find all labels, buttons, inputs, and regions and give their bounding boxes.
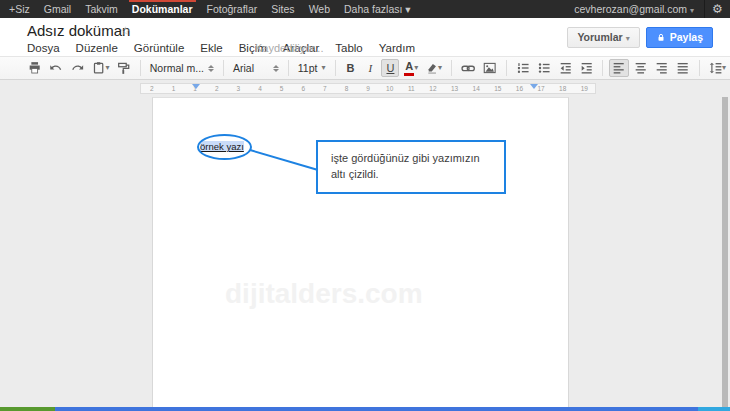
format-toolbar: ▾ Normal m... Arial 11pt ▾ B I U A ▾ ▾ bbox=[0, 56, 730, 80]
italic-button[interactable]: I bbox=[361, 59, 379, 77]
bold-label: B bbox=[346, 63, 354, 74]
ruler-number: 1 bbox=[163, 84, 185, 93]
menu-item[interactable]: Tablo bbox=[335, 42, 363, 54]
clipboard-icon bbox=[92, 61, 105, 75]
toolbar-separator bbox=[223, 60, 224, 76]
topbar-item[interactable]: +Siz bbox=[2, 0, 37, 18]
underline-label: U bbox=[386, 63, 394, 74]
caret-down-icon: ▾ bbox=[321, 64, 325, 72]
topbar-item[interactable]: Sites bbox=[264, 0, 301, 18]
menu-item[interactable]: Düzenle bbox=[76, 42, 118, 54]
caret-down-icon: ▾ bbox=[105, 64, 109, 72]
outdent-icon bbox=[559, 61, 572, 75]
ruler-number: 10 bbox=[379, 84, 401, 93]
ruler-number: 4 bbox=[249, 84, 271, 93]
font-size-dropdown[interactable]: 11pt ▾ bbox=[294, 59, 330, 77]
menu-item[interactable]: Dosya bbox=[27, 42, 60, 54]
caret-down-icon: ▾ bbox=[690, 6, 694, 15]
align-center-icon bbox=[634, 61, 647, 75]
header: Adsız doküman ☆ DosyaDüzenleGörüntüleEkl… bbox=[0, 18, 730, 56]
paint-format-button[interactable] bbox=[114, 59, 133, 77]
ruler-number: 7 bbox=[314, 84, 336, 93]
ruler-number: 8 bbox=[336, 84, 358, 93]
ruler-strip: 2112345678910111213141516171819 bbox=[140, 83, 596, 94]
comments-button[interactable]: Yorumlar▾ bbox=[567, 27, 639, 48]
ruler-number: 13 bbox=[444, 84, 466, 93]
highlight-color-button[interactable]: ▾ bbox=[423, 59, 445, 77]
menu-item[interactable]: Görüntüle bbox=[134, 42, 185, 54]
menu-item[interactable]: Yardım bbox=[379, 42, 415, 54]
progress-segment-blue bbox=[55, 407, 698, 411]
topbar-item[interactable]: Gmail bbox=[37, 0, 78, 18]
topbar-item[interactable]: Takvim bbox=[78, 0, 125, 18]
ruler-number: 12 bbox=[422, 84, 444, 93]
insert-link-button[interactable] bbox=[458, 59, 478, 77]
toolbar-separator bbox=[451, 60, 452, 76]
star-icon[interactable]: ☆ bbox=[120, 24, 131, 38]
print-button[interactable] bbox=[25, 59, 44, 77]
lock-icon bbox=[656, 32, 666, 43]
caret-down-icon: ▾ bbox=[438, 64, 442, 72]
ruler-number: 6 bbox=[292, 84, 314, 93]
gear-icon: ⚙ bbox=[712, 2, 723, 16]
account-menu[interactable]: cevherozan@gmail.com ▾ bbox=[564, 0, 704, 18]
caret-down-icon: ▾ bbox=[722, 64, 726, 72]
topbar-item[interactable]: Web bbox=[302, 0, 337, 18]
align-center-button[interactable] bbox=[631, 59, 650, 77]
google-bar: +SizGmailTakvimDokümanlarFotoğraflarSite… bbox=[0, 0, 730, 18]
settings-gear-button[interactable]: ⚙ bbox=[704, 0, 730, 18]
ruler-number: 2 bbox=[206, 84, 228, 93]
account-email: cevherozan@gmail.com bbox=[574, 3, 687, 15]
paint-roller-icon bbox=[117, 61, 130, 75]
decrease-indent-button[interactable] bbox=[556, 59, 575, 77]
share-button[interactable]: Paylaş bbox=[646, 27, 713, 48]
web-clipboard-button[interactable]: ▾ bbox=[89, 59, 112, 77]
bulleted-list-button[interactable] bbox=[534, 59, 553, 77]
redo-button[interactable] bbox=[68, 59, 87, 77]
topbar-item[interactable]: Fotoğraflar bbox=[200, 0, 265, 18]
underline-button[interactable]: U bbox=[381, 59, 399, 77]
document-page[interactable]: örnek yazı işte gördüğünüz gibi yazımızı… bbox=[152, 97, 569, 407]
text-color-button[interactable]: A ▾ bbox=[401, 59, 420, 77]
menu-item[interactable]: Ekle bbox=[200, 42, 222, 54]
updown-icon bbox=[208, 65, 214, 72]
left-indent-marker[interactable] bbox=[192, 84, 200, 89]
bulleted-list-icon bbox=[537, 61, 550, 75]
ruler-number: 11 bbox=[401, 84, 423, 93]
increase-indent-button[interactable] bbox=[577, 59, 596, 77]
undo-icon bbox=[49, 61, 62, 75]
document-title[interactable]: Adsız doküman bbox=[27, 22, 130, 39]
line-spacing-button[interactable]: ▾ bbox=[706, 59, 729, 77]
align-right-button[interactable] bbox=[652, 59, 671, 77]
toolbar-separator bbox=[699, 60, 700, 76]
styles-dropdown[interactable]: Normal m... bbox=[146, 59, 218, 77]
align-left-button[interactable] bbox=[609, 59, 628, 77]
numbered-list-icon bbox=[516, 61, 529, 75]
annotation-callout-text: işte gördüğünüz gibi yazımızın altı çizi… bbox=[331, 152, 480, 180]
numbered-list-button[interactable] bbox=[513, 59, 532, 77]
caret-down-icon: ▾ bbox=[414, 64, 418, 72]
comments-button-label: Yorumlar bbox=[577, 31, 622, 43]
right-indent-marker[interactable] bbox=[530, 84, 538, 89]
topbar-item[interactable]: Dokümanlar bbox=[125, 0, 200, 18]
align-justify-button[interactable] bbox=[673, 59, 692, 77]
progress-segment-lightblue bbox=[698, 407, 730, 411]
indent-icon bbox=[580, 61, 593, 75]
ruler-number: 2 bbox=[141, 84, 163, 93]
font-dropdown[interactable]: Arial bbox=[229, 59, 283, 77]
topbar-item[interactable]: Daha fazlası ▾ bbox=[337, 0, 418, 18]
ruler-number: 5 bbox=[271, 84, 293, 93]
link-icon bbox=[461, 61, 475, 75]
ruler-number: 14 bbox=[465, 84, 487, 93]
menu-bar: DosyaDüzenleGörüntüleEkleBiçimAraçlarTab… bbox=[27, 42, 415, 54]
insert-image-button[interactable] bbox=[480, 59, 499, 77]
ruler: 2112345678910111213141516171819 bbox=[0, 80, 730, 97]
google-bar-account: cevherozan@gmail.com ▾ ⚙ bbox=[564, 0, 730, 18]
ruler-number: 18 bbox=[552, 84, 574, 93]
scrollbar-thumb[interactable] bbox=[722, 97, 728, 407]
document-canvas: örnek yazı işte gördüğünüz gibi yazımızı… bbox=[0, 97, 730, 407]
ruler-number: 3 bbox=[228, 84, 250, 93]
caret-down-icon: ▾ bbox=[626, 34, 630, 43]
bold-button[interactable]: B bbox=[341, 59, 359, 77]
undo-button[interactable] bbox=[46, 59, 65, 77]
